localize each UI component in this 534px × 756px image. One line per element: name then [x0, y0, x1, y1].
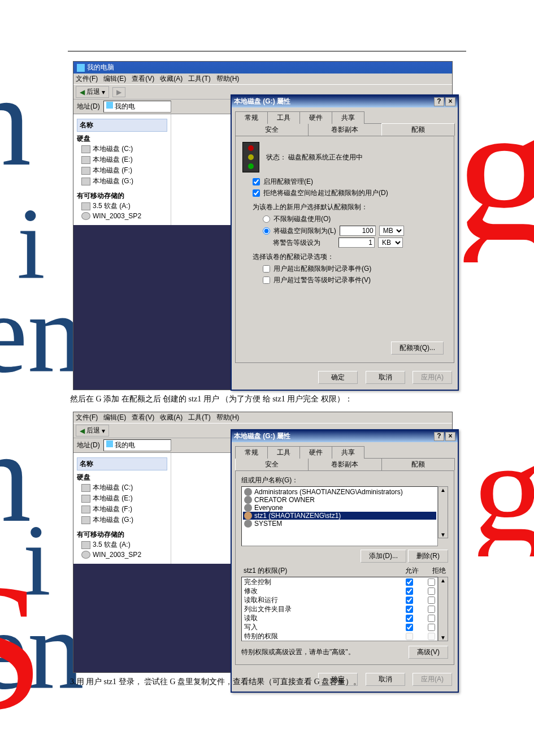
col-header-name[interactable]: 名称: [77, 457, 167, 470]
radio-nolimit[interactable]: [263, 215, 270, 223]
disk-item[interactable]: WIN_2003_SP2: [77, 550, 167, 559]
apply-button[interactable]: 应用(A): [413, 371, 452, 384]
disk-item[interactable]: 本地磁盘 (C:): [77, 482, 167, 493]
tab-tools[interactable]: 工具: [267, 446, 300, 459]
radio-nolimit-label: 不限制磁盘使用(O): [273, 214, 331, 224]
chk-enable-quota[interactable]: [253, 178, 260, 185]
tab-quota[interactable]: 配额: [381, 123, 455, 136]
security-pane: 组或用户名称(G)： Administrators (SHAOTIANZENG\…: [235, 470, 454, 665]
back-button[interactable]: ◀ 后退 ▾: [76, 86, 109, 98]
list-item[interactable]: SYSTEM: [243, 520, 436, 528]
forward-button[interactable]: ▶: [112, 87, 125, 97]
close-button[interactable]: ×: [445, 97, 455, 106]
scrollbar[interactable]: ▲▼: [438, 486, 448, 538]
tab-shadow[interactable]: 卷影副本: [308, 458, 381, 470]
menu-help[interactable]: 帮助(H): [216, 413, 240, 422]
list-item[interactable]: Everyone: [243, 504, 436, 512]
disk-item[interactable]: 本地磁盘 (F:): [77, 504, 167, 515]
menu-tools[interactable]: 工具(T): [188, 74, 210, 84]
chk-deny-over[interactable]: [253, 189, 260, 197]
disk-item[interactable]: 3.5 软盘 (A:): [77, 201, 167, 211]
disk-item[interactable]: 本地磁盘 (E:): [77, 154, 167, 165]
tab-shadow[interactable]: 卷影副本: [308, 123, 381, 136]
warn-value-input[interactable]: [338, 237, 375, 248]
disk-icon: [81, 156, 90, 164]
disk-item[interactable]: 本地磁盘 (C:): [77, 144, 167, 154]
disk-item[interactable]: 3.5 软盘 (A:): [77, 539, 167, 550]
deny-check[interactable]: [428, 624, 435, 631]
tab-hardware[interactable]: 硬件: [299, 446, 332, 459]
menu-view[interactable]: 查看(V): [132, 74, 154, 84]
menu-view[interactable]: 查看(V): [132, 413, 154, 422]
computer-icon: [106, 440, 113, 447]
menu-fav[interactable]: 收藏(A): [160, 74, 183, 84]
special-note: 特别权限或高级设置，请单击"高级"。: [241, 647, 355, 657]
deny-check[interactable]: [428, 578, 435, 586]
menu-help[interactable]: 帮助(H): [216, 74, 240, 84]
deny-check[interactable]: [428, 606, 435, 613]
remove-user-button[interactable]: 删除(R): [408, 550, 448, 563]
allow-check[interactable]: [406, 606, 413, 613]
scrollbar[interactable]: ▲▼: [438, 577, 448, 641]
tab-security[interactable]: 安全: [235, 123, 309, 136]
menu-file[interactable]: 文件(F): [76, 413, 98, 422]
list-item[interactable]: CREATOR OWNER: [243, 496, 436, 504]
perm-row: 写入: [242, 623, 437, 632]
tab-general[interactable]: 常规: [235, 111, 268, 124]
cancel-button[interactable]: 取消: [366, 371, 405, 384]
menu-tools[interactable]: 工具(T): [188, 413, 210, 422]
dialog-titlebar[interactable]: 本地磁盘 (G:) 屬性 ? ×: [232, 430, 458, 442]
deny-check[interactable]: [428, 615, 435, 622]
tab-share[interactable]: 共享: [332, 446, 364, 459]
explorer-menubar[interactable]: 文件(F) 编辑(E) 查看(V) 收藏(A) 工具(T) 帮助(H): [73, 74, 452, 84]
col-header-name[interactable]: 名称: [77, 119, 167, 132]
users-listbox[interactable]: Administrators (SHAOTIANZENG\Administrat…: [241, 486, 438, 546]
disk-item[interactable]: 本地磁盘 (F:): [77, 165, 167, 176]
tab-quota[interactable]: 配额: [381, 458, 455, 470]
close-button[interactable]: ×: [445, 432, 455, 441]
deny-check[interactable]: [428, 597, 435, 604]
menu-edit[interactable]: 编辑(E): [103, 413, 126, 422]
disk-item[interactable]: 本地磁盘 (G:): [77, 515, 167, 525]
add-user-button[interactable]: 添加(D)...: [361, 550, 406, 563]
dialog-titlebar[interactable]: 本地磁盘 (G:) 屬性 ? ×: [232, 96, 458, 107]
ok-button[interactable]: 确定: [318, 371, 358, 384]
allow-check[interactable]: [406, 624, 413, 631]
limit-value-input[interactable]: [340, 226, 376, 236]
disk-item[interactable]: 本地磁盘 (G:): [77, 176, 167, 187]
tab-hardware[interactable]: 硬件: [299, 111, 332, 124]
limit-unit-select[interactable]: MB: [379, 226, 404, 236]
quota-entries-button[interactable]: 配额项(Q)...: [391, 342, 444, 355]
address-input[interactable]: 我的电: [103, 101, 171, 113]
disk-item[interactable]: 本地磁盘 (E:): [77, 493, 167, 504]
address-input[interactable]: 我的电: [103, 439, 171, 451]
list-item[interactable]: Administrators (SHAOTIANZENG\Administrat…: [243, 488, 436, 496]
tab-tools[interactable]: 工具: [267, 111, 300, 124]
col-deny: 拒绝: [432, 566, 446, 576]
advanced-button[interactable]: 高级(V): [409, 646, 448, 659]
back-button[interactable]: ◀ 后退 ▾: [76, 425, 109, 437]
menu-fav[interactable]: 收藏(A): [160, 413, 183, 422]
help-button[interactable]: ?: [434, 432, 444, 441]
disk-item[interactable]: WIN_2003_SP2: [77, 211, 167, 221]
deny-check[interactable]: [428, 587, 435, 595]
explorer-titlebar[interactable]: 我的电脑: [73, 62, 452, 74]
allow-check[interactable]: [406, 578, 413, 586]
disk-icon: [81, 495, 90, 503]
tab-share[interactable]: 共享: [332, 111, 364, 124]
explorer-menubar[interactable]: 文件(F) 编辑(E) 查看(V) 收藏(A) 工具(T) 帮助(H): [73, 412, 452, 423]
radio-limit[interactable]: [263, 227, 270, 235]
tab-general[interactable]: 常规: [235, 446, 268, 459]
allow-check[interactable]: [406, 615, 413, 622]
warn-unit-select[interactable]: KB: [378, 237, 403, 248]
perm-row: 完全控制: [242, 577, 437, 586]
menu-file[interactable]: 文件(F): [76, 74, 98, 84]
allow-check[interactable]: [406, 587, 413, 595]
menu-edit[interactable]: 编辑(E): [103, 74, 126, 84]
help-button[interactable]: ?: [434, 97, 444, 106]
chk-log-overlimit[interactable]: [263, 265, 270, 273]
list-item-selected[interactable]: stz1 (SHAOTIANZENG\stz1): [243, 512, 436, 520]
tab-security[interactable]: 安全: [235, 458, 309, 470]
chk-log-overwarn[interactable]: [263, 277, 270, 284]
allow-check[interactable]: [406, 597, 413, 604]
